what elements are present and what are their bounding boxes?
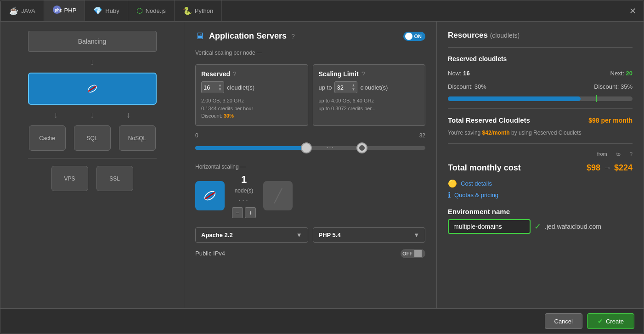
python-icon: 🐍 [183,6,192,15]
cost-details-link[interactable]: 🟡 Cost details [448,179,633,188]
tab-python-label: Python [195,7,213,14]
cost-to: $224 [614,163,633,173]
right-panel: Resources (cloudlets) Reserved cloudlets… [437,22,644,308]
cost-from: $98 [587,163,600,173]
tab-php-label: PHP [64,7,77,14]
env-input-row: ✓ .jed.wafaicloud.com [448,219,633,234]
tab-java[interactable]: ☕ JAVA [0,0,44,21]
vps-label: VPS [64,175,75,182]
next-number: 20 [626,70,633,77]
language-version-label: PHP 5.4 [319,232,341,238]
cache-node[interactable]: Cache [29,125,66,151]
now-number: 16 [463,70,469,77]
slider-fill [195,146,311,150]
language-version-arrow: ▼ [413,232,419,238]
app-servers-icon: 🖥 [195,31,204,41]
cloudlet-bar [448,96,633,101]
scaling-limit-spin[interactable]: ▲▼ [352,83,356,91]
cancel-button[interactable]: Cancel [545,313,582,329]
arrow-down-4: ↓ [126,110,130,120]
env-name-input[interactable] [448,219,531,234]
server-software-select[interactable]: Apache 2.2 ▼ [195,227,308,243]
close-button[interactable]: ✕ [622,0,644,21]
cost-details-label: Cost details [461,180,492,187]
resources-sub: (cloudlets) [490,32,520,39]
reserved-info-line2: 0.1344 credits per hour [201,105,302,113]
to-help-icon[interactable]: ? [630,151,633,157]
reserved-discount-row: Discount: 30% [201,112,302,120]
tab-ruby[interactable]: 💎 Ruby [85,0,128,21]
tab-php[interactable]: php PHP [44,0,85,21]
svg-line-5 [205,192,215,199]
discount-now-label: Discount: [448,83,473,90]
node-decrease-button[interactable]: − [232,207,243,218]
scaling-limit-prefix: up to [319,84,332,91]
reserved-spin[interactable]: ▲▼ [218,83,222,91]
links-section: 🟡 Cost details ℹ Quotas & pricing [448,179,633,199]
panel-header: 🖥 Application Servers ? ON [195,31,425,41]
left-divider [28,158,157,159]
cloudlet-bar-container: | [448,96,633,101]
toggle-circle [405,33,412,40]
node-controls: − + [232,207,256,218]
cache-label: Cache [39,135,55,142]
to-label: to [616,151,621,157]
saving-suffix: by using Reserved Cloudlets [511,130,582,136]
env-check-icon: ✓ [534,221,541,232]
arrow-down-2: ↓ [54,110,58,120]
tab-java-label: JAVA [21,7,35,14]
feather-icon [85,82,99,96]
scaling-limit-help-icon[interactable]: ? [362,70,365,78]
language-version-select[interactable]: PHP 5.4 ▼ [313,227,426,243]
placeholder-slash: ╱ [274,188,282,204]
node-increase-button[interactable]: + [245,207,256,218]
ipv4-label: Public IPv4 [195,250,225,257]
sql-node[interactable]: SQL [74,125,111,151]
help-icon[interactable]: ? [291,33,295,40]
resources-divider-top [448,47,633,48]
app-servers-toggle[interactable]: ON [403,32,426,41]
reserved-cloudlets-title: Reserved cloudlets [448,55,633,62]
vps-node[interactable]: VPS [51,166,88,191]
create-button[interactable]: ✔ Create [587,313,634,329]
left-panel: Balancing ↓ ↓ ↓ ↓ Cache SQL [0,22,184,308]
horiz-content: 1 node(s) ··· − + ╱ [195,174,425,218]
quotas-link[interactable]: ℹ Quotas & pricing [448,191,633,199]
panel-title: Application Servers [209,31,287,41]
scaling-limit-value-input[interactable]: 32 ▲▼ [334,81,357,93]
slider-dots: ··· [327,143,335,151]
balancing-node[interactable]: Balancing [28,31,157,52]
reserved-number: 16 [203,84,210,91]
toggle-on-label: ON [414,34,422,39]
reserved-value-input[interactable]: 16 ▲▼ [201,81,224,93]
tab-bar: ☕ JAVA php PHP 💎 Ruby ⬡ Node.js 🐍 Python… [0,0,644,22]
dialog: ☕ JAVA php PHP 💎 Ruby ⬡ Node.js 🐍 Python… [0,0,644,334]
ipv4-row: Public IPv4 OFF [195,249,425,258]
reserved-discount-label: Discount: [201,113,222,119]
ipv4-toggle[interactable]: OFF [401,249,425,258]
tab-python[interactable]: 🐍 Python [175,0,222,21]
server-software-label: Apache 2.2 [201,232,233,238]
cost-details-icon: 🟡 [448,179,457,188]
cost-range: $98 → $224 [587,163,633,173]
ruby-icon: 💎 [93,6,102,15]
resources-header-row: Resources (cloudlets) [448,31,633,40]
feather-icon-horiz [202,187,218,204]
cloudlet-bar-fill [448,96,581,101]
discount-next-value: 35% [621,83,633,90]
app-server-node[interactable] [28,73,157,105]
slider-handle-limit[interactable] [356,142,367,153]
bottom-nodes-row1: Cache SQL NoSQL [29,125,156,151]
tab-nodejs[interactable]: ⬡ Node.js [128,0,175,21]
slider-container: ··· [195,141,425,155]
slider-handle-reserved[interactable] [301,142,312,153]
svg-line-3 [88,86,96,91]
sql-label: SQL [86,135,97,142]
main-content: Balancing ↓ ↓ ↓ ↓ Cache SQL [0,22,644,308]
create-label: Create [606,318,624,325]
nosql-node[interactable]: NoSQL [119,125,156,151]
ssl-node[interactable]: SSL [96,166,133,191]
discount-row: Discount: 30% Discount: 35% [448,83,633,90]
reserved-help-icon[interactable]: ? [233,70,237,78]
cloudlet-bar-marker: | [596,94,598,102]
